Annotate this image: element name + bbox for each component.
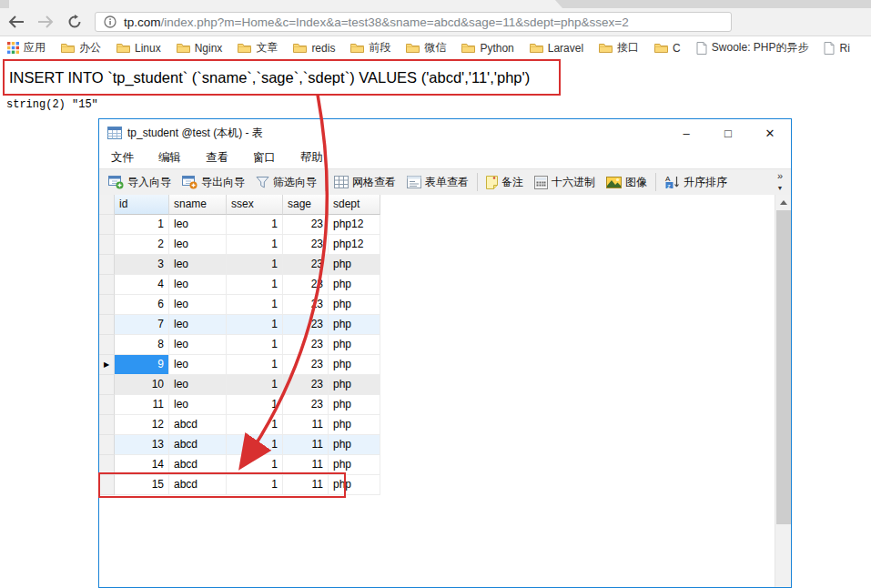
cell-sage[interactable]: 23 [283,335,329,355]
toolbar-button[interactable]: 备注 [481,172,529,192]
cell-sage[interactable]: 23 [283,215,329,235]
scrollbar-thumb[interactable] [776,210,791,524]
toolbar-button[interactable]: 导出向导 [177,172,250,192]
toolbar-button[interactable]: 导入向导 [103,172,177,192]
bookmark-item[interactable]: 前段 [350,40,390,56]
cell-id[interactable]: 15 [115,475,169,495]
cell-id[interactable]: 2 [115,235,169,255]
cell-sage[interactable]: 11 [283,475,329,495]
cell-ssex[interactable]: 1 [227,255,283,275]
cell-sage[interactable]: 23 [283,235,329,255]
toolbar-overflow[interactable]: »▼ [773,170,787,194]
cell-sdept[interactable]: php12 [329,215,380,235]
bookmark-item[interactable]: C [654,42,681,55]
close-button[interactable]: ✕ [749,119,791,147]
cell-ssex[interactable]: 1 [227,335,283,355]
bookmark-item[interactable]: Python [461,42,513,55]
cell-id[interactable]: 1 [115,215,169,235]
cell-sdept[interactable]: php [329,315,380,335]
active-tab[interactable] [9,0,555,8]
cell-ssex[interactable]: 1 [227,415,283,435]
table-row[interactable]: 1leo123php12 [99,215,791,235]
row-header-cell[interactable] [99,215,115,235]
cell-sage[interactable]: 23 [283,355,329,375]
cell-sage[interactable]: 23 [283,315,329,335]
row-header-corner[interactable] [99,195,115,215]
toolbar-button[interactable]: 筛选向导 [250,172,322,192]
row-header-cell[interactable] [99,255,115,275]
cell-sdept[interactable]: php [329,355,380,375]
row-header-cell[interactable]: ▶ [99,355,115,375]
cell-sdept[interactable]: php [329,335,380,355]
cell-id[interactable]: 10 [115,375,169,395]
cell-sdept[interactable]: php12 [329,235,380,255]
bookmark-item[interactable]: Nginx [177,42,223,55]
cell-id[interactable]: 14 [115,455,169,475]
cell-sdept[interactable]: php [329,475,380,495]
cell-id[interactable]: 13 [115,435,169,455]
cell-sage[interactable]: 23 [283,255,329,275]
toolbar-button[interactable]: 十六进制 [529,172,601,192]
row-header-cell[interactable] [99,395,115,415]
cell-sdept[interactable]: php [329,375,380,395]
row-header-cell[interactable] [99,235,115,255]
column-header-sage[interactable]: sage [283,195,329,215]
cell-sage[interactable]: 23 [283,275,329,295]
table-row[interactable]: 13abcd111php [99,435,791,455]
cell-ssex[interactable]: 1 [227,435,283,455]
cell-sdept[interactable]: php [329,255,380,275]
cell-id[interactable]: 6 [115,295,169,315]
page-info-icon[interactable] [104,15,116,28]
column-header-sdept[interactable]: sdept [329,195,380,215]
row-header-cell[interactable] [99,475,115,495]
cell-sage[interactable]: 23 [283,395,329,415]
cell-id[interactable]: 11 [115,395,169,415]
table-row[interactable]: 7leo123php [99,315,791,335]
cell-ssex[interactable]: 1 [227,375,283,395]
bookmark-item[interactable]: 文章 [238,40,278,56]
row-header-cell[interactable] [99,315,115,335]
cell-sname[interactable]: abcd [169,415,227,435]
cell-id[interactable]: 9 [115,355,169,375]
cell-id[interactable]: 4 [115,275,169,295]
cell-sage[interactable]: 23 [283,375,329,395]
cell-ssex[interactable]: 1 [227,455,283,475]
cell-ssex[interactable]: 1 [227,315,283,335]
table-row[interactable]: 4leo123php [99,275,791,295]
cell-sage[interactable]: 23 [283,295,329,315]
minimize-button[interactable]: – [665,119,707,147]
cell-sname[interactable]: leo [169,375,227,395]
table-row[interactable]: 11leo123php [99,395,791,415]
table-row[interactable]: 15abcd111php [99,475,791,495]
cell-ssex[interactable]: 1 [227,395,283,415]
cell-id[interactable]: 7 [115,315,169,335]
bookmark-item[interactable]: 办公 [61,40,101,56]
row-header-cell[interactable] [99,415,115,435]
toolbar-button[interactable]: Az升序排序 [659,172,733,192]
cell-sname[interactable]: leo [169,335,227,355]
cell-sname[interactable]: leo [169,215,227,235]
cell-sname[interactable]: abcd [169,455,227,475]
row-header-cell[interactable] [99,455,115,475]
menu-item[interactable]: 文件 [111,150,134,166]
address-bar[interactable]: tp.com/index.php?m=Home&c=Index&a=test38… [95,12,732,32]
table-row[interactable]: 10leo123php [99,375,791,395]
cell-id[interactable]: 12 [115,415,169,435]
bookmark-item[interactable]: 接口 [599,40,639,56]
bookmark-item[interactable]: redis [293,42,335,55]
row-header-cell[interactable] [99,335,115,355]
cell-sage[interactable]: 11 [283,415,329,435]
reload-button[interactable] [66,13,84,31]
forward-button[interactable] [36,13,55,31]
cell-ssex[interactable]: 1 [227,275,283,295]
row-header-cell[interactable] [99,275,115,295]
cell-sname[interactable]: leo [169,275,227,295]
cell-sdept[interactable]: php [329,395,380,415]
cell-sname[interactable]: leo [169,315,227,335]
row-header-cell[interactable] [99,375,115,395]
toolbar-button[interactable]: 图像 [601,172,653,192]
cell-sname[interactable]: abcd [169,475,227,495]
toolbar-button[interactable]: 网格查看 [329,172,401,192]
cell-ssex[interactable]: 1 [227,295,283,315]
cell-sname[interactable]: leo [169,395,227,415]
